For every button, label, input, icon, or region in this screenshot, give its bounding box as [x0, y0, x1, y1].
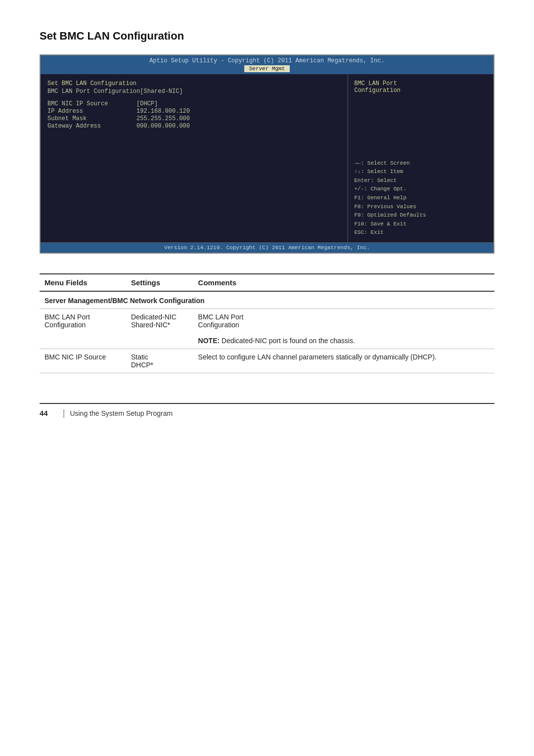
table-row: BMC LAN PortConfiguration Dedicated-NICS…: [40, 309, 494, 349]
bios-row-lan-port: BMC LAN Port Configuration [Shared-NIC]: [47, 88, 343, 95]
help-line-enter: Enter: Select: [354, 177, 489, 185]
settings-bmc-lan-port: Dedicated-NICShared-NIC*: [126, 309, 193, 349]
bios-header-title: Aptio Setup Utility - Copyright (C) 2011…: [41, 57, 493, 64]
footer-separator: |: [63, 408, 65, 418]
page-title: Set BMC LAN Configuration: [40, 30, 494, 43]
help-line-change-opt: +/-: Change Opt.: [354, 185, 489, 194]
bios-help-title: BMC LAN PortConfiguration: [354, 80, 489, 94]
table-row: BMC NIC IP Source StaticDHCP* Select to …: [40, 349, 494, 373]
bios-footer: Version 2.14.1219. Copyright (C) 2011 Am…: [41, 242, 493, 253]
bios-value-ip-source: [DHCP]: [136, 100, 158, 107]
doc-table: Menu Fields Settings Comments Server Man…: [40, 273, 494, 373]
bios-right-panel: BMC LAN PortConfiguration →←: Select Scr…: [348, 74, 493, 242]
bios-label-gateway: Gateway Address: [47, 123, 136, 130]
table-group-header-row: Server Management/BMC Network Configurat…: [40, 291, 494, 309]
bios-row-subnet: Subnet Mask 255.255.255.000: [47, 115, 343, 122]
note-label: NOTE:: [198, 337, 220, 345]
help-line-f8: F8: Previous Values: [354, 203, 489, 212]
bios-row-ip-source: BMC NIC IP Source [DHCP]: [47, 100, 343, 107]
bios-label-ip-source: BMC NIC IP Source: [47, 100, 136, 107]
field-bmc-nic-ip-source: BMC NIC IP Source: [40, 349, 126, 373]
help-line-select-screen: →←: Select Screen: [354, 159, 489, 168]
note-text: Dedicated-NIC port is found on the chass…: [222, 337, 355, 345]
bios-section-title: Set BMC LAN Configuration: [47, 80, 343, 87]
bios-value-subnet: 255.255.255.000: [136, 115, 190, 122]
bios-tab: Server Mgmt: [244, 65, 290, 72]
col-header-settings: Settings: [126, 274, 193, 291]
bios-body: Set BMC LAN Configuration BMC LAN Port C…: [41, 74, 493, 242]
bios-header: Aptio Setup Utility - Copyright (C) 2011…: [41, 55, 493, 65]
help-line-esc: ESC: Exit: [354, 228, 489, 237]
help-line-select-item: ↑↓: Select Item: [354, 168, 489, 177]
page-number: 44: [40, 409, 48, 417]
comment-bmc-nic-ip-source: Select to configure LAN channel paramete…: [193, 349, 494, 373]
footer-text: Using the System Setup Program: [70, 409, 173, 417]
table-header-row: Menu Fields Settings Comments: [40, 274, 494, 291]
bios-tab-row: Server Mgmt: [41, 65, 493, 74]
help-line-f9: F9: Optimized Defaults: [354, 211, 489, 220]
page-footer: 44 | Using the System Setup Program: [40, 403, 494, 418]
group-header-cell: Server Management/BMC Network Configurat…: [40, 291, 494, 309]
bios-value-ip-address: 192.168.000.120: [136, 108, 190, 115]
bios-value-lan-port: [Shared-NIC]: [140, 88, 182, 95]
settings-bmc-nic-ip-source: StaticDHCP*: [126, 349, 193, 373]
table-head: Menu Fields Settings Comments: [40, 274, 494, 291]
comment-bmc-lan-port: BMC LAN PortConfiguration NOTE: Dedicate…: [193, 309, 494, 349]
bios-left-panel: Set BMC LAN Configuration BMC LAN Port C…: [41, 74, 348, 242]
bios-spacer-1: [47, 95, 343, 100]
bios-label-lan-port: BMC LAN Port Configuration: [47, 88, 140, 95]
bios-label-ip-address: IP Address: [47, 108, 136, 115]
bios-screen: Aptio Setup Utility - Copyright (C) 2011…: [40, 54, 494, 254]
bios-row-gateway: Gateway Address 000.000.000.000: [47, 123, 343, 130]
field-bmc-lan-port: BMC LAN PortConfiguration: [40, 309, 126, 349]
bios-label-subnet: Subnet Mask: [47, 115, 136, 122]
help-line-f10: F10: Save & Exit: [354, 220, 489, 229]
col-header-menu-fields: Menu Fields: [40, 274, 126, 291]
bios-help-lines: →←: Select Screen ↑↓: Select Item Enter:…: [354, 159, 489, 237]
col-header-comments: Comments: [193, 274, 494, 291]
bios-value-gateway: 000.000.000.000: [136, 123, 190, 130]
bios-row-ip-address: IP Address 192.168.000.120: [47, 108, 343, 115]
help-line-f1: F1: General Help: [354, 194, 489, 203]
table-body: Server Management/BMC Network Configurat…: [40, 291, 494, 373]
